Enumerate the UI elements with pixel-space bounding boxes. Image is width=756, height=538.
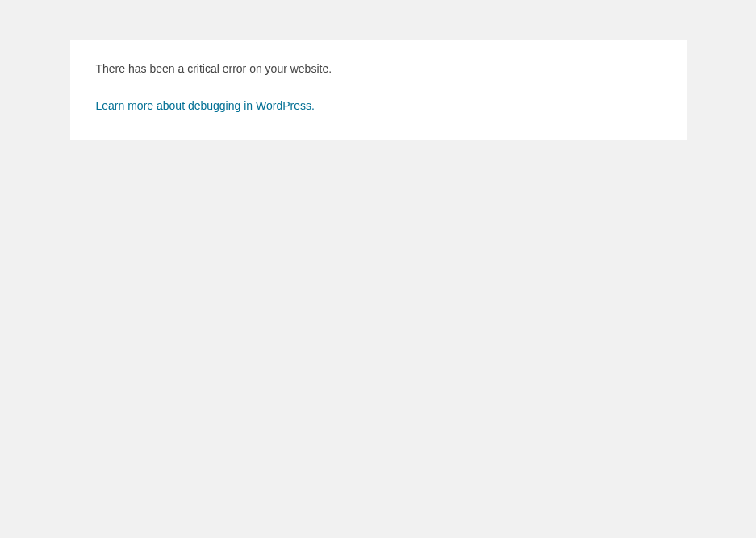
error-message: There has been a critical error on your …	[96, 60, 661, 77]
error-container: There has been a critical error on your …	[70, 40, 687, 140]
debug-link[interactable]: Learn more about debugging in WordPress.	[96, 99, 315, 112]
